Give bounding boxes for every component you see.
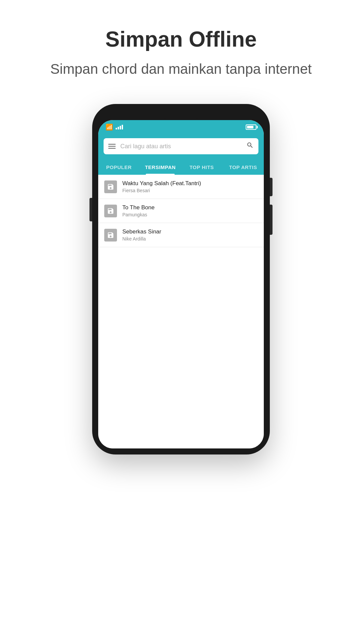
song-item-1[interactable]: Waktu Yang Salah (Feat.Tantri) Fiersa Be…: [98, 175, 264, 199]
song-info-1: Waktu Yang Salah (Feat.Tantri) Fiersa Be…: [122, 180, 258, 193]
wifi-icon: 📶: [106, 123, 113, 131]
song-item-2[interactable]: To The Bone Pamungkas: [98, 199, 264, 223]
song-title-2: To The Bone: [122, 204, 258, 211]
page-header: Simpan Offline Simpan chord dan mainkan …: [30, 0, 332, 91]
hamburger-line-2: [108, 146, 116, 147]
battery-icon: [246, 124, 256, 130]
signal-bar-1: [116, 128, 117, 129]
phone-screen: 📶: [98, 120, 264, 448]
phone-container: 📶: [92, 104, 270, 454]
page-subtitle: Simpan chord dan mainkan tanpa internet: [50, 61, 312, 77]
menu-icon[interactable]: [108, 144, 116, 149]
song-info-2: To The Bone Pamungkas: [122, 204, 258, 217]
hamburger-line-1: [108, 144, 116, 145]
battery-fill: [247, 126, 253, 128]
page-title: Simpan Offline: [50, 27, 312, 52]
search-bar: Cari lagu atau artis: [98, 134, 264, 160]
song-info-3: Seberkas Sinar Nike Ardilla: [122, 228, 258, 241]
volume-button: [89, 198, 92, 221]
signal-bar-2: [118, 127, 119, 129]
signal-bar-4: [122, 125, 123, 129]
phone-frame: 📶: [92, 104, 270, 454]
search-placeholder-text[interactable]: Cari lagu atau artis: [120, 143, 242, 150]
tab-tersimpan[interactable]: TERSIMPAN: [140, 160, 181, 175]
volume-down-button: [270, 205, 273, 235]
tab-top-artis[interactable]: TOP ARTIS: [223, 160, 264, 175]
song-icon-1: [104, 180, 117, 193]
search-icon[interactable]: [246, 142, 254, 151]
song-artist-3: Nike Ardilla: [122, 236, 258, 241]
notch-area: [98, 110, 264, 120]
song-item-3[interactable]: Seberkas Sinar Nike Ardilla: [98, 223, 264, 247]
hamburger-line-3: [108, 148, 116, 149]
tabs-container: POPULER TERSIMPAN TOP HITS TOP ARTIS: [98, 160, 264, 175]
song-icon-2: [104, 205, 117, 217]
content-area: [98, 247, 264, 448]
song-artist-1: Fiersa Besari: [122, 188, 258, 193]
status-bar: 📶: [98, 120, 264, 134]
song-list: Waktu Yang Salah (Feat.Tantri) Fiersa Be…: [98, 175, 264, 247]
notch: [161, 111, 201, 119]
signal-bar-3: [120, 126, 121, 129]
tab-top-hits[interactable]: TOP HITS: [181, 160, 223, 175]
song-title-3: Seberkas Sinar: [122, 228, 258, 235]
power-button: [270, 178, 273, 196]
song-title-1: Waktu Yang Salah (Feat.Tantri): [122, 180, 258, 187]
song-artist-2: Pamungkas: [122, 212, 258, 217]
tab-populer[interactable]: POPULER: [98, 160, 140, 175]
search-input-container[interactable]: Cari lagu atau artis: [104, 138, 258, 154]
song-icon-3: [104, 229, 117, 241]
status-left: 📶: [106, 123, 123, 131]
signal-bars: [116, 125, 123, 129]
